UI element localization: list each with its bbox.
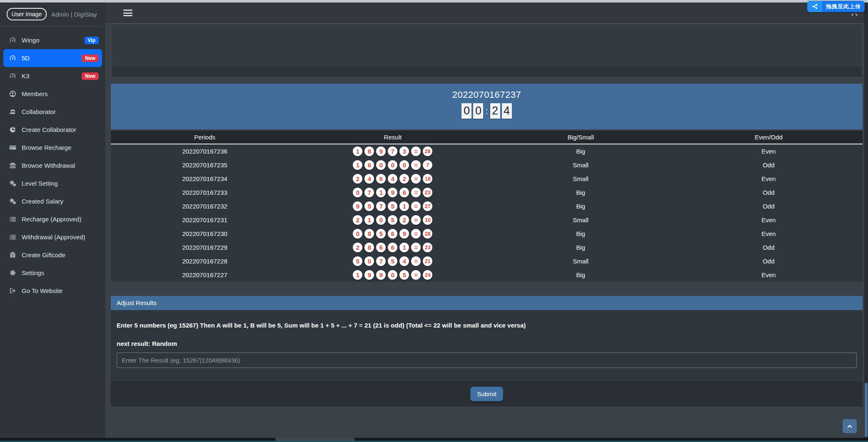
timer-digit: 0 (473, 103, 483, 119)
cell-period: 2022070167227 (111, 271, 299, 278)
cell-result: 1 9 9 0 5 = 24 (299, 270, 486, 280)
sidebar-item-label: Browse Withdrawal (22, 162, 99, 169)
sum-ball: 18 (423, 174, 432, 184)
sidebar-item-5d[interactable]: 5D New (3, 49, 102, 67)
sidebar-item-collaborator[interactable]: Collaborator (3, 103, 102, 121)
sidebar-item-label: Create Collaborator (22, 126, 99, 133)
sidebar-item-browse-withdrawal[interactable]: Browse Withdrawal (3, 156, 102, 174)
result-ball: 8 (364, 243, 374, 252)
share-icon (807, 1, 822, 12)
table-row: 2022070167228 5 0 7 5 4 = 21 Small Odd (111, 254, 863, 268)
result-ball: 2 (399, 174, 409, 184)
sidebar-item-create-collaborator[interactable]: Create Collaborator (3, 121, 102, 139)
cell-even-odd: Even (675, 271, 863, 278)
cell-even-odd: Even (675, 230, 863, 237)
result-input[interactable] (117, 353, 857, 368)
cell-big-small: Big (487, 203, 675, 210)
empty-panel-footer (111, 66, 862, 77)
cell-period: 2022070167229 (111, 244, 299, 251)
cell-even-odd: Even (675, 148, 863, 155)
sidebar-item-go-to-website[interactable]: Go To Website (3, 282, 102, 300)
result-ball: 5 (388, 201, 397, 211)
sum-ball: 27 (423, 201, 432, 211)
equals-ball: = (411, 215, 421, 225)
horizontal-scrollbar[interactable] (0, 438, 868, 442)
exit-icon (9, 287, 16, 294)
equals-ball: = (411, 270, 421, 280)
sidebar-item-level-setting[interactable]: Level Setting (3, 174, 102, 192)
cell-period: 2022070167235 (111, 161, 299, 169)
table-row: 2022070167235 1 6 0 0 0 = 7 Small Odd (111, 158, 863, 172)
result-ball: 4 (388, 174, 397, 184)
adjust-results-title: Adjust Results (111, 296, 863, 310)
result-ball: 1 (364, 215, 374, 225)
cell-period: 2022070167233 (111, 189, 299, 196)
cell-period: 2022070167228 (111, 258, 299, 265)
result-ball: 0 (364, 256, 374, 266)
cell-even-odd: Even (675, 175, 863, 182)
result-ball: 7 (376, 201, 386, 211)
bank-icon (9, 162, 16, 169)
speedometer-icon (9, 37, 16, 44)
result-ball: 6 (399, 188, 409, 197)
result-ball: 7 (376, 256, 386, 266)
sidebar-item-badge: Vip (85, 37, 99, 44)
table-row: 2022070167231 2 1 0 5 2 = 10 Small Even (111, 213, 863, 227)
vertical-scrollbar-thumb[interactable] (865, 383, 868, 437)
result-ball: 5 (353, 256, 362, 266)
sidebar-item-wingo[interactable]: Wingo Vip (3, 31, 102, 49)
submit-button[interactable]: Submit (470, 387, 503, 401)
cell-result: 0 8 5 6 9 = 28 (299, 229, 486, 238)
equals-ball: = (411, 188, 421, 197)
adjust-results-footer: Submit (111, 380, 863, 407)
table-row: 2022070167232 9 5 7 5 1 = 27 Big Odd (111, 199, 863, 213)
vertical-scrollbar[interactable] (864, 2, 868, 438)
sidebar-item-members[interactable]: Members (3, 85, 102, 103)
sidebar-item-label: 5D (22, 55, 76, 62)
scroll-top-button[interactable] (843, 419, 857, 433)
cell-big-small: Big (487, 244, 675, 251)
sidebar-item-label: Created Salary (22, 198, 99, 205)
column-header: Periods (111, 134, 299, 141)
sidebar-item-browse-recharge[interactable]: Browse Recharge (3, 139, 102, 156)
result-ball: 4 (364, 174, 374, 184)
sum-ball: 23 (423, 243, 432, 252)
table-row: 2022070167230 0 8 5 6 9 = 28 Big Even (111, 227, 863, 241)
timer-colon: : (485, 106, 488, 117)
equals-ball: = (411, 243, 421, 252)
result-ball: 5 (399, 270, 409, 280)
upload-drop-extension-button[interactable]: 拖拽至此上传 (807, 1, 865, 12)
result-ball: 1 (353, 160, 362, 170)
speedometer-icon (9, 72, 16, 79)
column-header: Big/Small (487, 134, 675, 141)
gift-icon (9, 251, 16, 258)
sum-ball: 28 (423, 147, 432, 156)
horizontal-scrollbar-thumb[interactable] (275, 438, 354, 441)
current-period-panel: 2022070167237 0 0 : 2 4 (111, 84, 863, 129)
speedometer-icon (9, 55, 16, 62)
people-icon (9, 108, 16, 115)
next-result-label: next result: Random (117, 340, 857, 347)
timer-digit: 0 (461, 103, 471, 119)
adjust-results-card: Adjust Results Enter 5 numbers (eg 15267… (111, 296, 863, 407)
sum-ball: 23 (423, 188, 432, 197)
sidebar-item-withdrawal-approved[interactable]: Withdrawal (Approved) (3, 228, 102, 246)
pie-chart-icon (9, 126, 16, 133)
result-ball: 0 (353, 229, 362, 238)
cell-big-small: Small (487, 216, 675, 223)
result-ball: 8 (364, 229, 374, 238)
cell-period: 2022070167231 (111, 216, 299, 223)
sidebar-item-label: Create Giftcode (22, 251, 99, 258)
result-ball: 4 (399, 256, 409, 266)
cell-big-small: Big (487, 230, 675, 237)
equals-ball: = (411, 147, 421, 156)
sidebar-item-created-salary[interactable]: Created Salary (3, 192, 102, 210)
sidebar-item-k3[interactable]: K3 New (3, 67, 102, 85)
sidebar-item-recharge-approved[interactable]: Recharge (Approved) (3, 210, 102, 228)
cell-result: 1 6 0 0 0 = 7 (299, 160, 486, 170)
sidebar-item-create-giftcode[interactable]: Create Giftcode (3, 246, 102, 264)
sidebar-item-settings[interactable]: Settings (3, 264, 102, 282)
hamburger-menu-icon[interactable] (123, 10, 132, 16)
result-ball: 1 (353, 147, 362, 156)
person-circle-icon (9, 90, 16, 97)
